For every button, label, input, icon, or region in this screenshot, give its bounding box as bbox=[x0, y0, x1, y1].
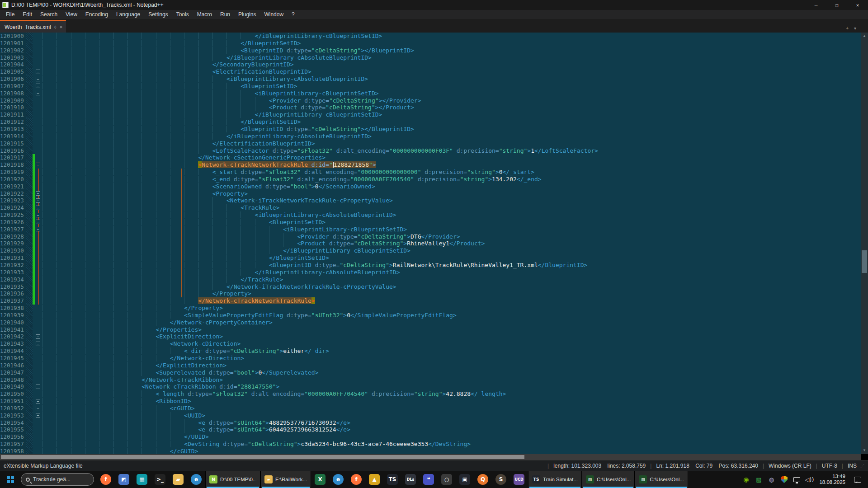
close-button[interactable]: ✕ bbox=[847, 0, 868, 10]
fold-collapse-icon[interactable]: − bbox=[36, 163, 40, 167]
bookmark-margin[interactable] bbox=[26, 219, 33, 226]
bookmark-margin[interactable] bbox=[26, 269, 33, 276]
code-line[interactable]: 1201925− <iBlueprintLibrary-cAbsoluteBlu… bbox=[0, 211, 861, 219]
bookmark-margin[interactable] bbox=[26, 312, 33, 319]
dls-icon[interactable]: DLs bbox=[401, 471, 420, 488]
fold-collapse-icon[interactable]: − bbox=[36, 77, 40, 81]
code-line[interactable]: 1201941 </Properties> bbox=[0, 326, 861, 333]
code-line[interactable]: 1201942− <ExplicitDirection> bbox=[0, 333, 861, 340]
fold-margin[interactable] bbox=[35, 118, 42, 126]
bookmark-margin[interactable] bbox=[26, 376, 33, 384]
fold-margin[interactable] bbox=[35, 97, 42, 104]
defender-tray-icon[interactable] bbox=[778, 474, 789, 485]
bookmark-margin[interactable] bbox=[26, 319, 33, 326]
bookmark-margin[interactable] bbox=[26, 419, 33, 427]
code-line[interactable]: 1201948 </Network-cTrackRibbon> bbox=[0, 376, 861, 384]
bookmark-margin[interactable] bbox=[26, 355, 33, 362]
status-encoding[interactable]: UTF-8 bbox=[822, 463, 837, 469]
menu-item-plugins[interactable]: Plugins bbox=[234, 10, 260, 19]
terminal-icon[interactable]: >_ bbox=[151, 471, 169, 488]
code-line[interactable]: 1201937 </Network-cTrackNetworkTrackRule… bbox=[0, 297, 861, 305]
code-line[interactable]: 1201902 <BlueprintID d:type="cDeltaStrin… bbox=[0, 47, 861, 54]
vertical-scrollbar[interactable]: ▲ ▼ bbox=[861, 33, 868, 454]
fold-margin[interactable] bbox=[35, 276, 42, 283]
fold-margin[interactable] bbox=[35, 312, 42, 319]
code-line[interactable]: 1201927− <iBlueprintLibrary-cBlueprintSe… bbox=[0, 226, 861, 233]
code-line[interactable]: 1201915 </ElectrificationBlueprintID> bbox=[0, 140, 861, 147]
fold-margin[interactable] bbox=[35, 104, 42, 111]
bookmark-margin[interactable] bbox=[26, 140, 33, 147]
code-line[interactable]: 1201928 <Provider d:type="cDeltaString">… bbox=[0, 233, 861, 240]
status-insert-mode[interactable]: INS bbox=[848, 463, 857, 469]
volume-tray-icon[interactable]: ◁)) bbox=[804, 474, 815, 485]
scroll-down-arrow[interactable]: ▼ bbox=[861, 447, 868, 454]
nvidia-tray-icon[interactable]: ◉ bbox=[741, 474, 751, 485]
tab-woerth-tracks[interactable]: Woerth_Tracks.xml ⬨ ✕ bbox=[0, 20, 66, 33]
code-line[interactable]: 1201911 </iBlueprintLibrary-cBlueprintSe… bbox=[0, 111, 861, 118]
fold-collapse-icon[interactable]: − bbox=[36, 399, 40, 404]
menu-item-run[interactable]: Run bbox=[216, 10, 234, 19]
bookmark-margin[interactable] bbox=[26, 426, 33, 433]
code-line[interactable]: 1201907− <BlueprintSetID> bbox=[0, 83, 861, 90]
firefox2-icon[interactable]: f bbox=[347, 471, 365, 488]
bookmark-margin[interactable] bbox=[26, 441, 33, 448]
fold-margin[interactable] bbox=[35, 61, 42, 68]
fold-margin[interactable] bbox=[35, 133, 42, 140]
fold-margin[interactable]: − bbox=[35, 83, 42, 90]
menu-item-settings[interactable]: Settings bbox=[144, 10, 172, 19]
code-line[interactable]: 1201958 </cGUID> bbox=[0, 448, 861, 454]
code-line[interactable]: 1201954 <e d:type="sUInt64">488295377671… bbox=[0, 419, 861, 427]
code-line[interactable]: 1201931 </BlueprintSetID> bbox=[0, 254, 861, 262]
bookmark-margin[interactable] bbox=[26, 61, 33, 68]
bookmark-margin[interactable] bbox=[26, 190, 33, 197]
bookmark-margin[interactable] bbox=[26, 369, 33, 376]
code-line[interactable]: 1201919 <_start d:type="sFloat32" d:alt_… bbox=[0, 169, 861, 176]
fold-margin[interactable]: − bbox=[35, 90, 42, 97]
minimize-button[interactable]: ─ bbox=[806, 0, 826, 10]
code-line[interactable]: 1201916 <LoftScaleFactor d:type="sFloat3… bbox=[0, 147, 861, 155]
fold-margin[interactable]: − bbox=[35, 398, 42, 405]
code-line[interactable]: 1201940 </Network-cPropertyContainer> bbox=[0, 319, 861, 326]
code-line[interactable]: 1201917 </Network-cSectionGenericPropert… bbox=[0, 154, 861, 161]
vertical-scrollbar-thumb[interactable] bbox=[862, 250, 867, 273]
menu-item-[interactable]: ? bbox=[288, 10, 299, 19]
taskbar-button-users-folder-1[interactable]: ▧C:\Users\Onl... bbox=[582, 471, 635, 488]
fold-margin[interactable] bbox=[35, 254, 42, 262]
bookmark-margin[interactable] bbox=[26, 247, 33, 254]
fold-margin[interactable] bbox=[35, 290, 42, 297]
firefox-icon[interactable]: f bbox=[97, 471, 115, 488]
bookmark-margin[interactable] bbox=[26, 40, 33, 47]
greenshot-tray-icon[interactable]: ▧ bbox=[753, 474, 764, 485]
code-line[interactable]: 1201922− <Property> bbox=[0, 190, 861, 197]
code-line[interactable]: 1201906− <iBlueprintLibrary-cAbsoluteBlu… bbox=[0, 75, 861, 83]
fold-margin[interactable] bbox=[35, 262, 42, 269]
bookmark-margin[interactable] bbox=[26, 305, 33, 312]
fold-margin[interactable]: − bbox=[35, 383, 42, 390]
ts-small-icon[interactable]: TS bbox=[383, 471, 401, 488]
fold-margin[interactable] bbox=[35, 247, 42, 254]
fold-margin[interactable] bbox=[35, 111, 42, 118]
chat-icon[interactable]: ❝ bbox=[420, 471, 438, 488]
fold-margin[interactable] bbox=[35, 376, 42, 384]
fold-collapse-icon[interactable]: − bbox=[36, 334, 40, 339]
bookmark-margin[interactable] bbox=[26, 340, 33, 347]
code-line[interactable]: 1201924− <TrackRule> bbox=[0, 204, 861, 211]
code-line[interactable]: 1201949− <Network-cTrackRibbon d:id="288… bbox=[0, 383, 861, 390]
fold-margin[interactable] bbox=[35, 319, 42, 326]
xml-editor[interactable]: 1201900 </iBlueprintLibrary-cBlueprintSe… bbox=[0, 33, 861, 454]
fold-margin[interactable] bbox=[35, 183, 42, 190]
fold-collapse-icon[interactable]: − bbox=[36, 84, 40, 88]
fold-margin[interactable] bbox=[35, 347, 42, 355]
code-line[interactable]: 1201943− <Network-cDirection> bbox=[0, 340, 861, 347]
fold-margin[interactable] bbox=[35, 233, 42, 240]
fold-margin[interactable] bbox=[35, 169, 42, 176]
fold-collapse-icon[interactable]: − bbox=[36, 406, 40, 410]
code-line[interactable]: 1201950 <_length d:type="sFloat32" d:alt… bbox=[0, 390, 861, 398]
bookmark-margin[interactable] bbox=[26, 412, 33, 419]
fold-margin[interactable] bbox=[35, 176, 42, 183]
bookmark-margin[interactable] bbox=[26, 390, 33, 398]
bookmark-margin[interactable] bbox=[26, 297, 33, 305]
fold-margin[interactable] bbox=[35, 326, 42, 333]
bookmark-margin[interactable] bbox=[26, 126, 33, 133]
search-app-icon[interactable]: ○ bbox=[438, 471, 456, 488]
